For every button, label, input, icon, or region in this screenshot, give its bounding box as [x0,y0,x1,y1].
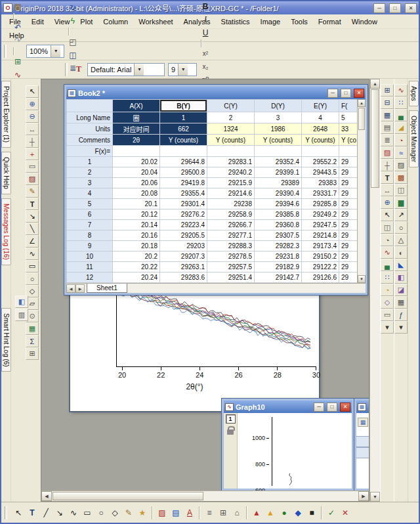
date-time-icon[interactable]: ◔ [381,234,394,246]
scatter-plot-icon[interactable]: ∷ [394,97,408,109]
docked-panel-tab[interactable]: Smart Hint Log (6) [1,308,11,372]
cell[interactable]: 20.02 [113,157,160,167]
cell[interactable]: 20.14 [113,220,160,230]
cell[interactable]: 29331.7 [302,188,339,199]
merge-graphs-icon[interactable]: ▦ [381,109,394,121]
menu-item[interactable]: Statistics [216,16,255,27]
cell[interactable]: 2θ [113,135,160,146]
row-label[interactable]: Units [67,123,113,135]
menu-item[interactable]: Column [98,16,133,27]
line-tool-icon[interactable]: ╲ [26,223,39,235]
line-tool-icon[interactable]: ╱ [39,506,52,519]
cell[interactable]: 29205.5 [160,230,207,241]
insert-equation-icon[interactable]: Σ [26,335,39,347]
row-label[interactable]: C [356,447,369,458]
sheet-tab[interactable]: Sheet1 [87,284,127,293]
ternary-plot-icon[interactable]: △ [394,234,408,246]
add-text-icon[interactable]: T [381,171,394,184]
cell[interactable]: 3 [255,112,302,123]
cell[interactable]: 20.08 [113,188,160,199]
cell[interactable]: 20.2 [113,251,160,262]
cell[interactable]: 20.18 [113,241,160,251]
book2-window[interactable]: ▦ Book2 * ─ □ ✕ A(X) B(Y) [64,85,368,295]
zoom-out-tool-icon[interactable]: ⊖ [26,110,39,123]
font-name-combo[interactable]: Default: Arial ▼ [87,63,165,76]
minimize-button[interactable]: ─ [327,89,338,98]
row-header[interactable]: 8 [67,230,113,241]
image-plot-icon[interactable]: ▦ [394,296,408,309]
threed-object-icon[interactable]: ◇ [381,296,394,309]
book2-title-bar[interactable]: ▦ Book2 * ─ □ ✕ [66,87,366,99]
maximize-button[interactable]: □ [389,3,401,13]
scrollbar-thumb[interactable] [371,89,379,188]
close-button[interactable]: ✕ [354,89,364,98]
fill-color-icon[interactable]: ▨ [156,506,169,519]
cell[interactable]: 29126.6 [302,273,339,283]
row-header[interactable]: 1 [67,157,113,167]
cell[interactable]: 对应时间 [113,123,160,135]
row-header[interactable]: 4 [67,188,113,199]
data-selector-icon[interactable]: ▭ [26,160,39,173]
cell[interactable]: 29644.8 [160,157,207,167]
cell[interactable]: 29399.1 [255,167,302,178]
arrow-tool-icon[interactable]: ↘ [26,210,39,223]
waterfall-plot-icon[interactable]: ◣ [394,259,408,271]
cell[interactable]: 29283.6 [160,273,207,283]
graph10-window[interactable]: ∿ Graph10 ─ □ ✕ 1 1000800600 [222,399,354,491]
chevron-down-icon[interactable]: ▼ [134,64,144,76]
sheet-next-arrow[interactable]: ▶ [75,284,85,293]
maximize-button[interactable]: □ [341,89,351,98]
superscript-button[interactable]: x² [199,47,212,60]
polyline-tool-icon[interactable]: ∠ [26,235,39,248]
cell[interactable]: 29122.2 [302,262,339,273]
redo-icon[interactable]: ↷ [11,34,24,47]
cell[interactable]: 29266.7 [207,220,255,230]
line-color-icon[interactable]: ▤ [169,506,182,519]
scroll-up-arrow[interactable]: ▲ [370,79,380,89]
row-label[interactable]: Comments [67,135,113,146]
project-explorer-toggle-icon[interactable]: ◫ [66,49,79,62]
cell[interactable]: 29288.3 [207,241,255,251]
docked-panel-tab[interactable]: Project Explorer (1) [1,81,11,148]
toolbar-handle[interactable] [66,63,69,76]
column-header-c[interactable]: C(Y) [207,100,255,112]
cell[interactable]: 29207.3 [160,251,207,262]
freehand-tool-icon[interactable]: ✎ [122,506,135,519]
cell[interactable]: 29383 [302,178,339,188]
flag-green-icon[interactable]: ● [278,506,291,519]
cell[interactable]: 29251.4 [207,273,255,283]
docked-panel-tab[interactable]: Messages Log (16) [1,198,11,265]
floating-panel-handle[interactable]: ◧ ▥ [15,295,28,321]
text-tool-icon[interactable]: T [26,506,39,519]
cell[interactable]: 29390.4 [255,188,302,199]
cell[interactable]: 29257.5 [207,262,255,273]
extract-layer-icon[interactable]: ⊟ [381,97,394,109]
rescale-tool-icon[interactable]: ↔ [26,123,39,135]
cell[interactable]: 29249.2 [302,209,339,220]
axis-dialog-icon[interactable]: ┼ [381,159,394,171]
pointer-icon[interactable]: ↖ [12,506,25,519]
pie-object-icon[interactable]: ◔ [381,284,394,296]
cell[interactable]: 1986 [255,123,302,135]
toolbar-handle[interactable] [5,506,9,519]
flag-blue-icon[interactable]: ◆ [291,506,304,519]
data-reader-icon[interactable]: + [26,148,39,160]
menu-item[interactable]: Image [255,16,286,27]
cell[interactable]: 29203 [160,241,207,251]
menu-item[interactable]: Format [313,16,346,27]
row-header[interactable]: 3 [67,178,113,188]
line-plot-icon[interactable]: ∿ [394,84,408,97]
cell[interactable]: 1324 [207,123,255,135]
new-sketch-icon[interactable]: ∿ [381,246,394,259]
heatmap-plot-icon[interactable]: ▩ [394,171,408,184]
row-header[interactable]: 9 [67,241,113,251]
cell[interactable] [255,146,302,157]
polygon-tool-icon[interactable]: ◇ [108,506,121,519]
font-tool-icon[interactable]: T [72,63,85,76]
cell[interactable]: 2648 [302,123,339,135]
cell[interactable]: 29419.8 [160,178,207,188]
zoom-panel-icon[interactable]: ⊕ [381,196,394,209]
cell[interactable]: 29301.4 [160,199,207,209]
cell[interactable]: 29276.2 [160,209,207,220]
flag-yellow-icon[interactable]: ▲ [264,506,277,519]
